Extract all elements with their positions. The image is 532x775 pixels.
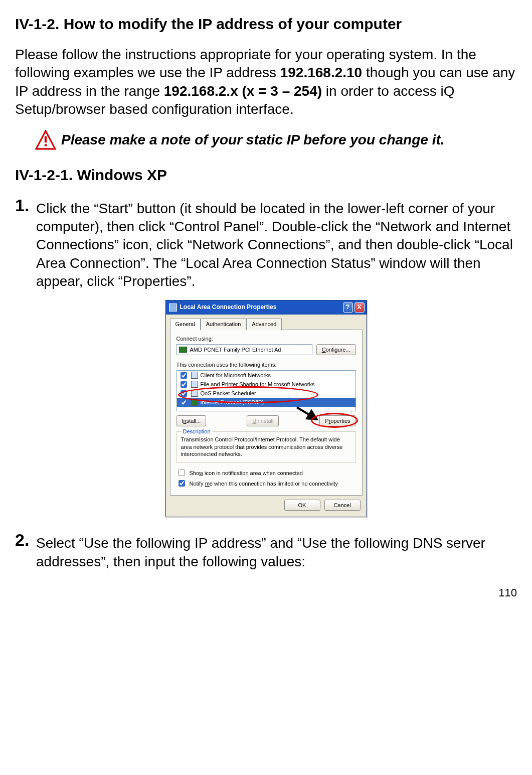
show-icon-checkbox[interactable] bbox=[179, 470, 185, 476]
list-item[interactable]: QoS Packet Scheduler bbox=[177, 389, 356, 398]
nic-icon bbox=[179, 347, 187, 353]
configure-button[interactable]: Configure... bbox=[316, 344, 356, 355]
notify-checkbox[interactable] bbox=[179, 480, 185, 487]
protocol-icon bbox=[191, 399, 198, 406]
item-checkbox[interactable] bbox=[181, 399, 187, 406]
install-button[interactable]: Install... bbox=[176, 415, 207, 426]
item-label: Client for Microsoft Networks bbox=[201, 372, 271, 379]
item-label: File and Printer Sharing for Microsoft N… bbox=[201, 381, 315, 388]
item-label: Internet Protocol (TCP/IP) bbox=[201, 399, 264, 406]
item-label: QoS Packet Scheduler bbox=[201, 390, 256, 397]
list-item[interactable]: File and Printer Sharing for Microsoft N… bbox=[177, 380, 356, 389]
item-checkbox[interactable] bbox=[181, 372, 187, 379]
notify-label: Notify me when this connection has limit… bbox=[190, 480, 338, 487]
intro-ip-range: 192.168.2.x (x = 3 – 254) bbox=[164, 83, 322, 99]
description-group: Description Transmission Control Protoco… bbox=[176, 431, 356, 463]
tab-authentication[interactable]: Authentication bbox=[201, 319, 247, 330]
help-button[interactable]: ? bbox=[343, 302, 353, 313]
dialog-title: Local Area Connection Properties bbox=[180, 303, 343, 312]
ok-button[interactable]: OK bbox=[284, 500, 320, 511]
tab-general[interactable]: General bbox=[170, 319, 201, 330]
items-button-row: Install... Uninstall Properties bbox=[176, 415, 356, 426]
adapter-name: AMD PCNET Family PCI Ethernet Ad bbox=[190, 346, 281, 353]
step-number: 1. bbox=[15, 197, 32, 214]
step-text: Select “Use the following IP address” an… bbox=[36, 531, 517, 571]
svg-rect-1 bbox=[45, 136, 47, 142]
tab-advanced[interactable]: Advanced bbox=[246, 319, 282, 330]
warning-icon bbox=[35, 130, 56, 151]
step-2: 2. Select “Use the following IP address”… bbox=[15, 531, 517, 571]
subsection-heading: IV-1-2-1. Windows XP bbox=[15, 165, 517, 185]
screenshot-figure: Local Area Connection Properties ? X Gen… bbox=[15, 300, 517, 518]
step-number: 2. bbox=[15, 531, 32, 548]
service-icon bbox=[191, 381, 198, 388]
svg-rect-2 bbox=[45, 144, 47, 146]
description-label: Description bbox=[181, 428, 213, 435]
cancel-button[interactable]: Cancel bbox=[324, 500, 361, 511]
close-button[interactable]: X bbox=[354, 302, 365, 313]
adapter-field[interactable]: AMD PCNET Family PCI Ethernet Ad bbox=[176, 344, 312, 355]
section-heading: IV-1-2. How to modify the IP address of … bbox=[15, 14, 517, 34]
dialog-buttons: OK Cancel bbox=[166, 500, 367, 517]
list-item-selected[interactable]: Internet Protocol (TCP/IP) bbox=[177, 398, 356, 407]
intro-ip-example: 192.168.2.10 bbox=[280, 65, 363, 80]
configure-button-rest: onfigure... bbox=[326, 347, 350, 353]
warning-text: Please make a note of your static IP bef… bbox=[61, 131, 445, 149]
connect-using-label: Connect using: bbox=[176, 335, 356, 342]
dialog-tabs: General Authentication Advanced bbox=[166, 315, 367, 330]
item-checkbox[interactable] bbox=[181, 390, 187, 397]
step-1: 1. Click the “Start” button (it should b… bbox=[15, 197, 517, 291]
description-text: Transmission Control Protocol/Internet P… bbox=[181, 436, 351, 457]
page-number: 110 bbox=[15, 586, 517, 600]
uninstall-button[interactable]: Uninstall bbox=[247, 415, 279, 426]
intro-paragraph: Please follow the instructions appropria… bbox=[15, 46, 517, 119]
dialog-title-icon bbox=[169, 303, 177, 312]
item-checkbox[interactable] bbox=[181, 381, 187, 388]
show-icon-label: Show icon in notification area when conn… bbox=[190, 470, 303, 477]
general-panel: Connect using: AMD PCNET Family PCI Ethe… bbox=[170, 330, 363, 496]
items-listbox[interactable]: Client for Microsoft Networks File and P… bbox=[176, 370, 356, 411]
step-text: Click the “Start” button (it should be l… bbox=[36, 197, 517, 291]
service-icon bbox=[191, 390, 198, 397]
list-item[interactable]: Client for Microsoft Networks bbox=[177, 371, 356, 380]
warning-note: Please make a note of your static IP bef… bbox=[35, 130, 517, 151]
properties-button[interactable]: Properties bbox=[319, 415, 356, 426]
dialog-titlebar[interactable]: Local Area Connection Properties ? X bbox=[166, 300, 367, 315]
client-icon bbox=[191, 372, 198, 379]
items-label: This connection uses the following items… bbox=[176, 361, 356, 368]
xp-dialog: Local Area Connection Properties ? X Gen… bbox=[165, 300, 367, 518]
